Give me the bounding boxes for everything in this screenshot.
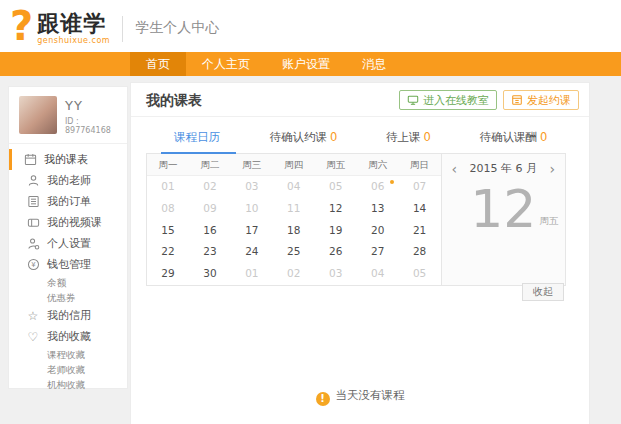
tab-pending-payment-confirmation[interactable]: 待确认课酬0 xyxy=(461,130,566,153)
calendar-day[interactable]: 28 xyxy=(399,241,441,263)
calendar-day[interactable]: 02 xyxy=(189,176,231,198)
selected-weekday: 周五 xyxy=(539,215,558,228)
calendar-day[interactable]: 27 xyxy=(357,241,399,263)
calendar-day[interactable]: 18 xyxy=(273,220,315,242)
sidebar-item-my-favorites[interactable]: ♡ 我的收藏 xyxy=(9,326,127,347)
calendar-day[interactable]: 19 xyxy=(315,220,357,242)
tab-count: 0 xyxy=(330,130,337,144)
calendar-day[interactable]: 01 xyxy=(231,263,273,285)
sidebar-item-my-credit[interactable]: ☆ 我的信用 xyxy=(9,305,127,326)
sidebar-subitem-course-favorites[interactable]: 课程收藏 xyxy=(9,347,127,362)
calendar-day[interactable]: 03 xyxy=(315,263,357,285)
calendar-day[interactable]: 25 xyxy=(273,241,315,263)
calendar-day[interactable]: 10 xyxy=(231,198,273,220)
heart-icon: ♡ xyxy=(26,330,40,344)
calendar-day[interactable]: 04 xyxy=(357,263,399,285)
tab-pending-confirmation-bookings[interactable]: 待确认约课0 xyxy=(251,130,356,153)
empty-state-text: 当天没有课程 xyxy=(336,388,405,402)
collapse-button[interactable]: 收起 xyxy=(522,283,564,301)
calendar-day[interactable]: 09 xyxy=(189,198,231,220)
calendar-day[interactable]: 06 xyxy=(357,176,399,198)
monitor-icon xyxy=(407,94,419,106)
nav-item-messages[interactable]: 消息 xyxy=(346,52,402,76)
sidebar-subitem-coupons[interactable]: 优惠券 xyxy=(9,290,127,305)
initiate-booking-button[interactable]: 发起约课 xyxy=(503,90,579,110)
calendar-day[interactable]: 23 xyxy=(189,241,231,263)
previous-month-icon[interactable]: ‹ xyxy=(452,162,458,176)
calendar-day[interactable]: 30 xyxy=(189,263,231,285)
calendar-day[interactable]: 07 xyxy=(399,176,441,198)
star-icon: ☆ xyxy=(26,309,40,323)
sidebar-menu: 我的课表 我的老师 我的订单 我的视频课 xyxy=(9,144,127,392)
weekday-label: 周三 xyxy=(231,154,273,175)
nav-item-home[interactable]: 首页 xyxy=(130,52,186,76)
calendar-day[interactable]: 22 xyxy=(147,241,189,263)
avatar[interactable] xyxy=(19,96,57,134)
main-header: 我的课表 进入在线教室 发起约课 xyxy=(131,83,589,117)
wallet-icon: ¥ xyxy=(26,258,40,272)
sidebar-item-my-video-courses[interactable]: 我的视频课 xyxy=(9,212,127,233)
calendar-day[interactable]: 05 xyxy=(315,176,357,198)
selected-date-panel: ‹ 2015 年 6 月 › 12 周五 xyxy=(441,154,565,285)
calendar-day[interactable]: 08 xyxy=(147,198,189,220)
sidebar-subitem-institution-favorites[interactable]: 机构收藏 xyxy=(9,377,127,392)
sidebar-item-label: 钱包管理 xyxy=(47,257,91,272)
page-subtitle: 学生个人中心 xyxy=(135,19,219,37)
calendar-day[interactable]: 24 xyxy=(231,241,273,263)
calendar-day[interactable]: 16 xyxy=(189,220,231,242)
tab-course-calendar[interactable]: 课程日历 xyxy=(146,130,251,153)
calendar-day[interactable]: 17 xyxy=(231,220,273,242)
tab-upcoming-classes[interactable]: 待上课0 xyxy=(356,130,461,153)
schedule-tabs: 课程日历 待确认约课0 待上课0 待确认课酬0 xyxy=(146,130,566,154)
sidebar-item-wallet-management[interactable]: ¥ 钱包管理 xyxy=(9,254,127,275)
next-month-icon[interactable]: › xyxy=(549,162,555,176)
calendar-day[interactable]: 20 xyxy=(357,220,399,242)
sidebar-item-personal-settings[interactable]: 个人设置 xyxy=(9,233,127,254)
page-title: 我的课表 xyxy=(146,92,202,110)
calendar-day[interactable]: 02 xyxy=(273,263,315,285)
sidebar-item-label: 我的收藏 xyxy=(47,329,91,344)
student-personal-center-page: ? 跟谁学 genshuixue.com 学生个人中心 首页 个人主页 账户设置… xyxy=(0,0,621,424)
enter-online-classroom-button[interactable]: 进入在线教室 xyxy=(399,90,497,110)
person-settings-icon xyxy=(26,237,40,251)
weekday-label: 周六 xyxy=(357,154,399,175)
svg-text:¥: ¥ xyxy=(31,261,36,269)
logo-domain: genshuixue.com xyxy=(37,36,110,45)
calendar-day[interactable]: 12 xyxy=(315,198,357,220)
calendar-day[interactable]: 13 xyxy=(357,198,399,220)
calendar-day[interactable]: 03 xyxy=(231,176,273,198)
weekday-label: 周二 xyxy=(189,154,231,175)
calendar-day[interactable]: 11 xyxy=(273,198,315,220)
nav-item-account-settings[interactable]: 账户设置 xyxy=(266,52,346,76)
sidebar-item-my-teachers[interactable]: 我的老师 xyxy=(9,170,127,191)
sidebar: YY ID : 897764168 我的课表 我的老师 我 xyxy=(8,86,128,389)
calendar-day[interactable]: 04 xyxy=(273,176,315,198)
sidebar-item-label: 我的课表 xyxy=(44,152,88,167)
orders-icon xyxy=(26,195,40,209)
calendar-day[interactable]: 29 xyxy=(147,263,189,285)
calendar-day[interactable]: 26 xyxy=(315,241,357,263)
top-header: ? 跟谁学 genshuixue.com 学生个人中心 xyxy=(0,0,621,52)
sidebar-item-my-schedule[interactable]: 我的课表 xyxy=(9,149,127,170)
course-calendar: 周一周二周三周四周五周六周日 0102030405060708091011121… xyxy=(146,154,566,286)
month-label: 2015 年 6 月 xyxy=(470,161,537,176)
calendar-day[interactable]: 01 xyxy=(147,176,189,198)
main-panel: 我的课表 进入在线教室 发起约课 课程日历 待确认约课0 待上课0 xyxy=(130,82,590,424)
logo-divider xyxy=(122,16,123,42)
calendar-day[interactable]: 15 xyxy=(147,220,189,242)
sidebar-item-my-orders[interactable]: 我的订单 xyxy=(9,191,127,212)
sidebar-subitem-teacher-favorites[interactable]: 老师收藏 xyxy=(9,362,127,377)
sidebar-item-label: 我的老师 xyxy=(47,173,91,188)
person-icon xyxy=(26,174,40,188)
calendar-weekdays: 周一周二周三周四周五周六周日 xyxy=(147,154,441,176)
calendar-day[interactable]: 14 xyxy=(399,198,441,220)
calendar-grid-area: 周一周二周三周四周五周六周日 0102030405060708091011121… xyxy=(147,154,441,285)
weekday-label: 周四 xyxy=(273,154,315,175)
question-mark-logo-icon: ? xyxy=(10,3,33,49)
selected-day-number: 12 xyxy=(470,179,536,239)
nav-item-profile[interactable]: 个人主页 xyxy=(186,52,266,76)
calendar-day[interactable]: 21 xyxy=(399,220,441,242)
sidebar-subitem-balance[interactable]: 余额 xyxy=(9,275,127,290)
calendar-day[interactable]: 05 xyxy=(399,263,441,285)
site-logo[interactable]: ? 跟谁学 genshuixue.com 学生个人中心 xyxy=(10,3,219,49)
